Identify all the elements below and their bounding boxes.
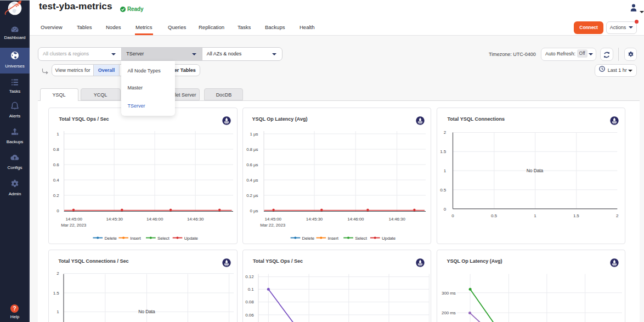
svg-text:Update: Update (382, 236, 396, 241)
svg-text:0.4: 0.4 (53, 178, 59, 183)
svg-text:0.2 µs: 0.2 µs (246, 193, 258, 198)
svg-text:No Data: No Data (138, 309, 155, 314)
svg-text:14:45:00: 14:45:00 (66, 217, 83, 222)
svg-text:1.5: 1.5 (53, 291, 59, 296)
svg-text:2: 2 (616, 213, 619, 218)
svg-text:2: 2 (444, 130, 447, 135)
svg-text:0.5: 0.5 (491, 213, 497, 218)
svg-text:1: 1 (444, 168, 447, 173)
svg-text:1.5: 1.5 (573, 213, 579, 218)
svg-text:Delete: Delete (104, 236, 117, 241)
svg-text:0: 0 (451, 213, 454, 218)
svg-text:Select: Select (157, 236, 170, 241)
svg-text:2: 2 (57, 271, 59, 276)
svg-text:14:45:30: 14:45:30 (306, 217, 323, 222)
svg-text:14:46:00: 14:46:00 (347, 217, 364, 222)
svg-text:0.6: 0.6 (53, 162, 59, 167)
svg-text:0.06: 0.06 (245, 313, 254, 318)
svg-text:1: 1 (534, 213, 536, 218)
svg-text:1: 1 (57, 132, 59, 137)
svg-text:14:45:00: 14:45:00 (265, 217, 282, 222)
svg-text:0.6 µs: 0.6 µs (246, 162, 258, 167)
svg-text:0.4 µs: 0.4 µs (246, 178, 258, 183)
svg-text:0.08: 0.08 (245, 300, 254, 304)
svg-text:No Data: No Data (527, 168, 544, 173)
svg-text:0.5: 0.5 (440, 188, 446, 193)
svg-text:Update: Update (184, 236, 199, 241)
svg-text:14:46:30: 14:46:30 (187, 217, 204, 222)
svg-text:Mar 22, 2023: Mar 22, 2023 (260, 223, 286, 228)
svg-text:Insert: Insert (328, 236, 339, 241)
svg-text:0.1: 0.1 (248, 287, 254, 292)
svg-text:1: 1 (57, 309, 59, 314)
svg-text:0 µs: 0 µs (250, 208, 258, 213)
svg-text:Delete: Delete (302, 236, 315, 241)
svg-text:14:46:30: 14:46:30 (388, 217, 405, 222)
svg-text:1.5: 1.5 (440, 149, 446, 154)
svg-text:Select: Select (355, 236, 368, 241)
svg-text:0.8: 0.8 (53, 147, 59, 152)
svg-text:200 ms: 200 ms (442, 310, 456, 315)
svg-text:0: 0 (444, 207, 447, 212)
svg-text:0.12: 0.12 (245, 274, 254, 279)
svg-text:0.8 µs: 0.8 µs (246, 147, 258, 152)
svg-text:1 µs: 1 µs (250, 132, 258, 137)
svg-text:Mar 22, 2023: Mar 22, 2023 (61, 223, 87, 228)
svg-text:14:46:00: 14:46:00 (146, 217, 163, 222)
svg-text:0: 0 (57, 208, 59, 213)
svg-text:Insert: Insert (130, 236, 141, 241)
svg-text:300 ms: 300 ms (442, 291, 456, 296)
svg-text:14:45:30: 14:45:30 (106, 217, 123, 222)
svg-text:0.2: 0.2 (53, 193, 59, 198)
